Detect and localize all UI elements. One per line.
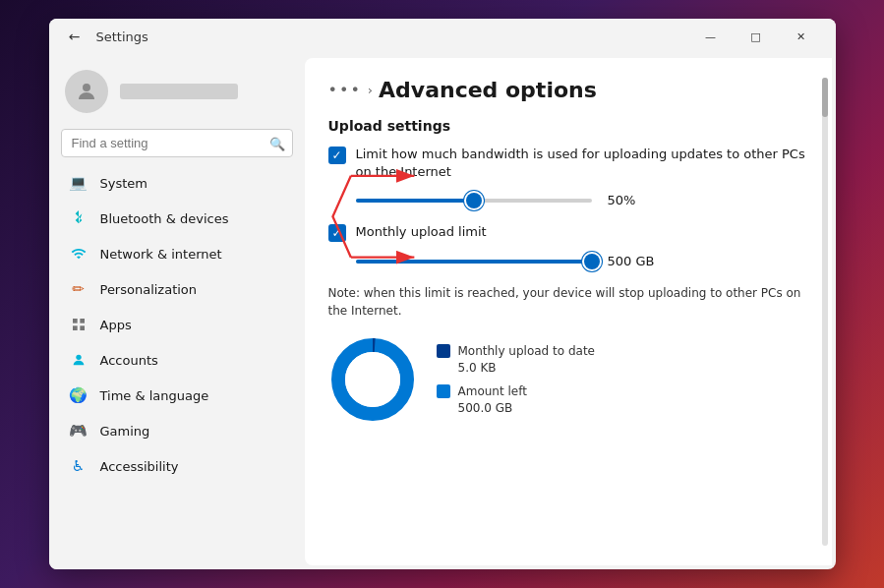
sidebar-item-network[interactable]: Network & internet: [53, 236, 301, 271]
legend-dot-used: [437, 344, 450, 358]
sidebar-item-apps-label: Apps: [100, 318, 132, 332]
sidebar-item-accessibility[interactable]: ♿ Accessibility: [53, 448, 301, 484]
donut-chart: [328, 335, 417, 424]
network-icon: [69, 244, 88, 264]
legend-left-title: Amount left: [458, 383, 527, 400]
legend-used-value: 5.0 KB: [458, 360, 595, 377]
breadcrumb: ••• › Advanced options: [328, 78, 808, 102]
svg-point-0: [83, 84, 90, 91]
bandwidth-slider-value: 50%: [608, 193, 657, 207]
system-icon: 💻: [69, 173, 88, 193]
legend-item-left: Amount left 500.0 GB: [437, 383, 595, 417]
search-icon: 🔍: [269, 136, 285, 150]
sidebar-item-gaming[interactable]: 🎮 Gaming: [53, 413, 301, 448]
settings-window: ← Settings — □ ✕ 🔍 💻 System: [49, 19, 836, 569]
search-input[interactable]: [61, 129, 293, 157]
bandwidth-limit-checkbox[interactable]: [328, 147, 346, 164]
bandwidth-slider-fill: [356, 199, 474, 203]
svg-rect-1: [73, 319, 78, 323]
monthly-slider-track: [356, 260, 592, 264]
legend-used-title: Monthly upload to date: [458, 343, 595, 360]
legend-label-used: Monthly upload to date 5.0 KB: [458, 343, 595, 377]
scrollbar-thumb[interactable]: [822, 78, 828, 117]
svg-point-5: [76, 355, 81, 360]
legend-item-used: Monthly upload to date 5.0 KB: [437, 343, 595, 377]
user-section: [49, 62, 305, 129]
window-title: Settings: [96, 29, 148, 44]
main-content: 🔍 💻 System Bluetooth & devices Network &…: [49, 54, 836, 569]
close-button[interactable]: ✕: [779, 19, 824, 54]
sidebar-item-accounts[interactable]: Accounts: [53, 342, 301, 378]
legend-label-left: Amount left 500.0 GB: [458, 383, 527, 417]
sidebar-item-personalization[interactable]: ✏️ Personalization: [53, 271, 301, 307]
bandwidth-limit-row: Limit how much bandwidth is used for upl…: [328, 146, 808, 181]
time-icon: 🌍: [69, 385, 88, 405]
legend-left-value: 500.0 GB: [458, 400, 527, 417]
sidebar-item-system[interactable]: 💻 System: [53, 165, 301, 201]
breadcrumb-dots: •••: [328, 81, 362, 99]
bandwidth-slider-track: [356, 199, 592, 203]
sidebar-item-accounts-label: Accounts: [100, 353, 158, 368]
upload-section-title: Upload settings: [328, 118, 808, 134]
svg-point-8: [345, 352, 400, 407]
page-title: Advanced options: [379, 78, 597, 102]
titlebar-controls: — □ ✕: [688, 19, 824, 54]
sidebar-item-system-label: System: [100, 176, 147, 191]
avatar: [65, 70, 108, 113]
sidebar-item-bluetooth[interactable]: Bluetooth & devices: [53, 201, 301, 236]
bandwidth-slider-thumb[interactable]: [466, 193, 482, 208]
breadcrumb-chevron: ›: [368, 83, 373, 97]
sidebar-item-personalization-label: Personalization: [100, 282, 198, 297]
sidebar-item-bluetooth-label: Bluetooth & devices: [100, 211, 229, 226]
monthly-slider-row: 500 GB: [356, 254, 808, 268]
username-bar: [120, 84, 238, 99]
sidebar-item-network-label: Network & internet: [100, 247, 222, 262]
personalization-icon: ✏️: [69, 279, 88, 299]
sidebar: 🔍 💻 System Bluetooth & devices Network &…: [49, 54, 305, 569]
scrollbar[interactable]: [822, 78, 828, 546]
monthly-limit-checkbox[interactable]: [328, 224, 346, 242]
gaming-icon: 🎮: [69, 421, 88, 441]
note-text: Note: when this limit is reached, your d…: [328, 284, 808, 320]
sidebar-item-apps[interactable]: Apps: [53, 307, 301, 342]
svg-rect-3: [73, 325, 78, 330]
titlebar: ← Settings — □ ✕: [49, 19, 836, 54]
donut-section: Monthly upload to date 5.0 KB Amount lef…: [328, 335, 808, 424]
svg-rect-2: [80, 319, 85, 323]
bandwidth-limit-label: Limit how much bandwidth is used for upl…: [356, 146, 808, 181]
sidebar-item-time[interactable]: 🌍 Time & language: [53, 378, 301, 413]
bluetooth-icon: [69, 208, 88, 228]
titlebar-left: ← Settings: [61, 23, 688, 50]
legend-dot-left: [437, 384, 450, 398]
monthly-slider-fill: [356, 260, 592, 264]
search-box: 🔍: [61, 129, 293, 157]
chart-legend: Monthly upload to date 5.0 KB Amount lef…: [437, 343, 595, 417]
sidebar-item-accessibility-label: Accessibility: [100, 459, 179, 474]
svg-rect-4: [80, 325, 85, 330]
back-button[interactable]: ←: [61, 23, 88, 50]
monthly-limit-row: Monthly upload limit: [328, 223, 808, 242]
monthly-slider-value: 500 GB: [608, 254, 657, 268]
content-area: ••• › Advanced options Upload settings L…: [305, 58, 832, 565]
bandwidth-slider-row: 50%: [356, 193, 808, 207]
monthly-slider-thumb[interactable]: [584, 254, 600, 269]
monthly-limit-label: Monthly upload limit: [356, 223, 487, 241]
maximize-button[interactable]: □: [734, 19, 779, 54]
apps-icon: [69, 315, 88, 334]
accounts-icon: [69, 350, 88, 370]
accessibility-icon: ♿: [69, 456, 88, 476]
sidebar-item-gaming-label: Gaming: [100, 424, 150, 439]
sidebar-item-time-label: Time & language: [100, 388, 209, 403]
minimize-button[interactable]: —: [688, 19, 734, 54]
